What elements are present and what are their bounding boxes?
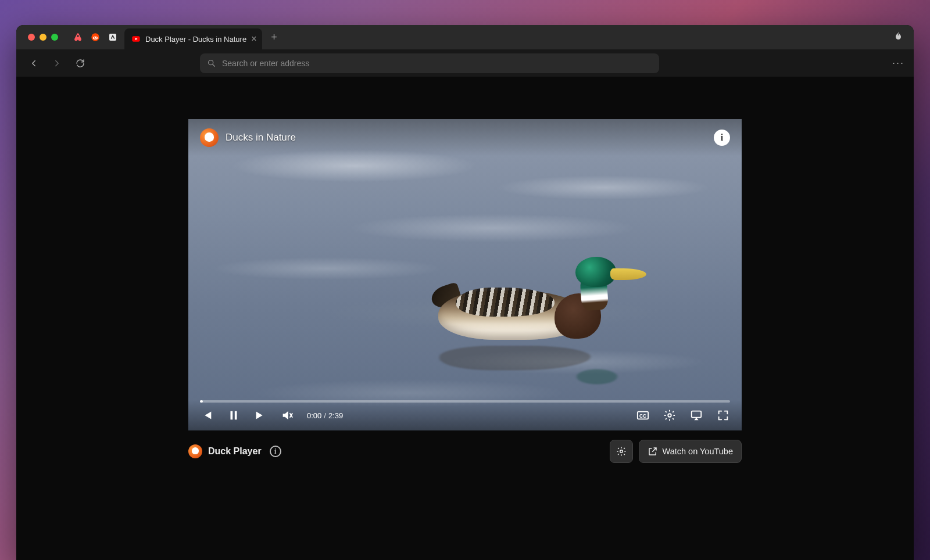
svg-rect-7 — [231, 411, 233, 420]
watch-on-youtube-button[interactable]: Watch on YouTube — [639, 440, 742, 463]
progress-fill — [200, 400, 203, 403]
svg-point-13 — [620, 450, 623, 453]
duck-player-label: Duck Player — [208, 446, 262, 457]
pinned-tab-3[interactable] — [105, 29, 121, 45]
maximize-window-button[interactable] — [51, 34, 58, 41]
next-button[interactable] — [253, 408, 267, 422]
page-content: Ducks in Nature i — [16, 77, 914, 560]
svg-rect-4 — [109, 34, 116, 41]
duck-player-logo — [188, 444, 202, 458]
reddit-icon — [91, 33, 100, 42]
address-input[interactable] — [222, 59, 652, 68]
pinned-tab-reddit[interactable] — [87, 29, 103, 45]
video-frame — [188, 119, 742, 430]
video-info-button[interactable]: i — [714, 130, 730, 146]
svg-point-6 — [209, 60, 213, 64]
toolbar: ··· — [16, 49, 914, 77]
address-bar[interactable] — [200, 53, 659, 73]
channel-avatar[interactable] — [200, 128, 219, 147]
forward-button[interactable] — [49, 55, 65, 71]
previous-button[interactable] — [200, 408, 214, 422]
total-duration: 2:39 — [328, 411, 343, 420]
tab-bar: Duck Player - Ducks in Nature × + — [16, 25, 914, 49]
video-title[interactable]: Ducks in Nature — [226, 132, 296, 143]
pinned-tabs — [70, 29, 121, 45]
svg-text:CC: CC — [639, 414, 646, 419]
video-player[interactable]: Ducks in Nature i — [188, 119, 742, 430]
minimize-window-button[interactable] — [40, 34, 46, 41]
overflow-menu-button[interactable]: ··· — [892, 57, 904, 69]
browser-window: Duck Player - Ducks in Nature × + ··· — [16, 25, 914, 560]
svg-rect-12 — [692, 411, 702, 418]
gear-icon — [616, 446, 627, 457]
back-button[interactable] — [26, 55, 42, 71]
fullscreen-button[interactable] — [716, 408, 730, 422]
fire-icon[interactable] — [894, 33, 904, 43]
close-window-button[interactable] — [28, 34, 35, 41]
tab-close-button[interactable]: × — [251, 34, 256, 44]
controls-row: 0:00 / 2:39 CC — [200, 408, 730, 422]
watch-on-youtube-label: Watch on YouTube — [663, 447, 733, 456]
progress-bar[interactable] — [200, 400, 730, 403]
captions-button[interactable]: CC — [636, 408, 650, 422]
toolbar-right: ··· — [892, 57, 904, 69]
video-header: Ducks in Nature i — [188, 119, 742, 156]
player-settings-button[interactable] — [610, 440, 633, 463]
search-icon — [207, 59, 216, 68]
duck-illustration — [438, 267, 648, 354]
video-controls: 0:00 / 2:39 CC — [188, 400, 742, 430]
external-link-icon — [648, 446, 658, 457]
mute-button[interactable] — [280, 408, 294, 422]
pinned-tab-airbnb[interactable] — [70, 29, 86, 45]
svg-rect-8 — [235, 411, 237, 420]
tab-title: Duck Player - Ducks in Nature — [145, 35, 246, 44]
youtube-icon — [131, 34, 141, 44]
time-display: 0:00 / 2:39 — [307, 411, 343, 420]
svg-point-11 — [668, 414, 671, 417]
time-separator: / — [324, 411, 326, 420]
duck-player-info-button[interactable]: i — [270, 446, 281, 457]
settings-button[interactable] — [663, 408, 677, 422]
svg-point-3 — [96, 37, 96, 38]
airplay-button[interactable] — [689, 408, 703, 422]
pause-button[interactable] — [227, 408, 241, 422]
airbnb-icon — [73, 33, 83, 42]
current-time: 0:00 — [307, 411, 321, 420]
app-icon — [108, 33, 117, 42]
reload-button[interactable] — [72, 55, 88, 71]
active-tab[interactable]: Duck Player - Ducks in Nature × — [124, 28, 262, 49]
player-bottom-bar: Duck Player i Watch on YouTube — [188, 439, 742, 464]
tab-bar-right — [894, 31, 914, 44]
new-tab-button[interactable]: + — [266, 29, 282, 45]
window-controls — [22, 34, 64, 41]
svg-point-2 — [94, 37, 95, 38]
player-container: Ducks in Nature i — [188, 119, 742, 560]
